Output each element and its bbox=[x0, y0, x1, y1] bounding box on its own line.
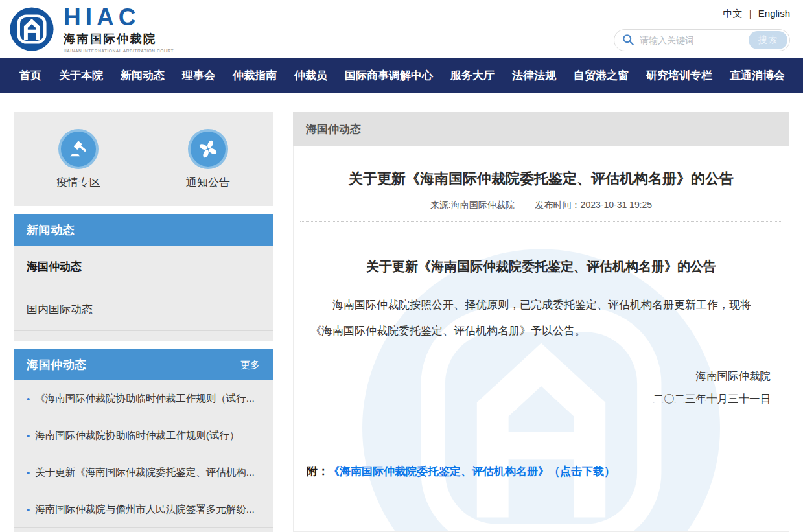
news-list-body: • 《海南国际仲裁院协助临时仲裁工作规则（试行... • 海南国际仲裁院协助临时… bbox=[14, 380, 273, 532]
gavel-icon bbox=[58, 129, 99, 169]
news-list-item[interactable]: • 《海南国际仲裁院协助临时仲裁工作规则（试行... bbox=[14, 380, 273, 417]
news-list-item-label: 海南国际仲裁院与儋州市人民法院签署多元解纷... bbox=[35, 503, 254, 516]
lang-english-link[interactable]: English bbox=[758, 8, 790, 19]
nav-item-council[interactable]: 理事会 bbox=[182, 68, 215, 83]
page-body: 疫情专区 通知公告 新闻动态 海国仲动态 国内 bbox=[0, 93, 803, 532]
article: 关于更新《海南国际仲裁院委托鉴定、评估机构名册》的公告 来源:海南国际仲裁院 发… bbox=[293, 146, 789, 532]
nav-item-arbitration-guide[interactable]: 仲裁指南 bbox=[233, 68, 277, 83]
main-nav: 首页 关于本院 新闻动态 理事会 仲裁指南 仲裁员 国际商事调解中心 服务大厅 … bbox=[0, 58, 803, 93]
news-menu-header: 新闻动态 bbox=[14, 214, 273, 246]
news-menu-body: 海国仲动态 国内国际动态 bbox=[14, 246, 273, 341]
nav-item-free-trade-port[interactable]: 自贸港之窗 bbox=[574, 68, 629, 83]
news-list-title: 海国仲动态 bbox=[27, 357, 87, 373]
nav-item-about[interactable]: 关于本院 bbox=[59, 68, 103, 83]
article-source: 来源:海南国际仲裁院 bbox=[430, 200, 515, 210]
article-meta: 来源:海南国际仲裁院 发布时间：2023-10-31 19:25 bbox=[294, 200, 789, 211]
more-link[interactable]: 更多 bbox=[240, 359, 260, 371]
nav-item-arbitrators[interactable]: 仲裁员 bbox=[294, 68, 327, 83]
sidebar: 疫情专区 通知公告 新闻动态 海国仲动态 国内 bbox=[14, 112, 273, 532]
bullet-icon: • bbox=[27, 504, 30, 515]
news-list-item[interactable]: • 海南国际仲裁院协助临时仲裁工作规则(试行） bbox=[14, 417, 273, 454]
logo-text: HIAC 海南国际仲裁院 HAINAN INTERNATIONAL ARBITR… bbox=[64, 5, 174, 53]
bullet-icon: • bbox=[27, 393, 30, 404]
search-button[interactable]: 搜索 bbox=[749, 31, 787, 49]
nav-item-news[interactable]: 新闻动态 bbox=[121, 68, 165, 83]
site-logo[interactable]: HIAC 海南国际仲裁院 HAINAN INTERNATIONAL ARBITR… bbox=[9, 5, 174, 53]
bullet-icon: • bbox=[27, 430, 30, 441]
sidebar-item-domestic-international[interactable]: 国内国际动态 bbox=[14, 288, 273, 331]
attachment-download-link[interactable]: 《海南国际仲裁院委托鉴定、评估机构名册》（点击下载） bbox=[329, 465, 615, 478]
nav-item-research-training[interactable]: 研究培训专栏 bbox=[646, 68, 712, 83]
news-list-item-label: 海南国际仲裁院协助临时仲裁工作规则(试行） bbox=[35, 429, 239, 443]
logo-name-en: HAINAN INTERNATIONAL ARBITRATION COURT bbox=[64, 49, 174, 53]
attachment-row: 附：《海南国际仲裁院委托鉴定、评估机构名册》（点击下载） bbox=[294, 464, 789, 479]
news-list-item[interactable]: • 海南国际仲裁院与儋州市人民法院签署多元解纷... bbox=[14, 491, 273, 528]
logo-name-cn: 海南国际仲裁院 bbox=[64, 31, 174, 47]
lang-separator: | bbox=[749, 8, 752, 19]
logo-acronym: HIAC bbox=[64, 5, 174, 29]
lang-chinese-link[interactable]: 中文 bbox=[723, 8, 743, 19]
search-input[interactable] bbox=[640, 35, 749, 45]
quick-link-label: 通知公告 bbox=[186, 175, 230, 190]
language-switcher: 中文 | English bbox=[723, 8, 790, 20]
news-menu-section: 新闻动态 海国仲动态 国内国际动态 bbox=[14, 214, 273, 341]
news-list-item[interactable]: • 关于更新《海南国际仲裁院委托鉴定、评估机构... bbox=[14, 454, 273, 491]
header-right: 中文 | English 搜索 bbox=[614, 8, 790, 51]
signature-name: 海南国际仲裁院 bbox=[294, 365, 771, 387]
search-icon bbox=[622, 34, 634, 46]
section-title: 海国仲动态 bbox=[306, 122, 361, 137]
quick-links: 疫情专区 通知公告 bbox=[14, 112, 273, 206]
nav-item-laws[interactable]: 法律法规 bbox=[512, 68, 556, 83]
divider bbox=[300, 221, 782, 222]
nav-item-expo[interactable]: 直通消博会 bbox=[730, 68, 785, 83]
nav-item-home[interactable]: 首页 bbox=[19, 68, 41, 83]
news-list-item-label: 《海南国际仲裁院协助临时仲裁工作规则（试行... bbox=[35, 392, 254, 406]
main-content: 海国仲动态 关于更新《海南国际仲裁院委托鉴定、评估机构名册》的公告 来源:海南国… bbox=[293, 112, 789, 532]
article-title: 关于更新《海南国际仲裁院委托鉴定、评估机构名册》的公告 bbox=[294, 169, 789, 189]
hiac-logo-icon bbox=[9, 6, 54, 52]
quick-link-epidemic[interactable]: 疫情专区 bbox=[14, 112, 143, 206]
site-header: HIAC 海南国际仲裁院 HAINAN INTERNATIONAL ARBITR… bbox=[0, 0, 803, 58]
search-box: 搜索 bbox=[614, 29, 790, 51]
news-menu-title: 新闻动态 bbox=[27, 222, 75, 238]
news-list-section: 海国仲动态 更多 • 《海南国际仲裁院协助临时仲裁工作规则（试行... • 海南… bbox=[14, 349, 273, 532]
article-body-title: 关于更新《海南国际仲裁院委托鉴定、评估机构名册》的公告 bbox=[294, 258, 789, 275]
news-list-header: 海国仲动态 更多 bbox=[14, 349, 273, 380]
article-publish-time: 发布时间：2023-10-31 19:25 bbox=[535, 200, 653, 210]
section-title-bar: 海国仲动态 bbox=[293, 112, 789, 146]
attachment-prefix: 附： bbox=[307, 465, 329, 478]
quick-link-notices[interactable]: 通知公告 bbox=[143, 112, 273, 206]
bullet-icon: • bbox=[27, 467, 30, 478]
signature-date: 二〇二三年十月三十一日 bbox=[294, 387, 771, 410]
news-list-item-label: 关于更新《海南国际仲裁院委托鉴定、评估机构... bbox=[35, 466, 254, 480]
nav-item-mediation-center[interactable]: 国际商事调解中心 bbox=[345, 68, 433, 83]
signature-block: 海南国际仲裁院 二〇二三年十月三十一日 bbox=[294, 365, 789, 411]
sidebar-item-hiac-news[interactable]: 海国仲动态 bbox=[14, 246, 273, 288]
pinwheel-icon bbox=[188, 129, 228, 169]
quick-link-label: 疫情专区 bbox=[56, 175, 100, 190]
nav-item-service-hall[interactable]: 服务大厅 bbox=[450, 68, 495, 83]
article-paragraph: 海南国际仲裁院按照公开、择优原则，已完成委托鉴定、评估机构名册更新工作，现将《海… bbox=[310, 292, 772, 344]
